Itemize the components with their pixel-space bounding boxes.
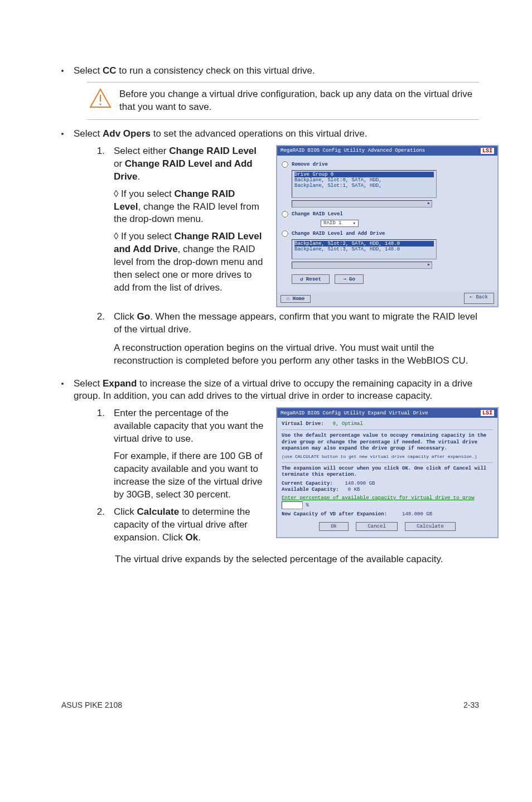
drive-tree-2[interactable]: Backplane, Slot:2, SATA, HDD, 148.0 Back… bbox=[292, 239, 437, 259]
bullet-dot bbox=[61, 383, 64, 385]
warning-icon bbox=[89, 88, 112, 112]
bullet-adv: Select Adv Opers to set the advanced ope… bbox=[61, 128, 479, 141]
text: Select bbox=[74, 65, 103, 76]
bullet-dot bbox=[61, 133, 64, 135]
t: . When the message appears, confirm that… bbox=[114, 311, 477, 335]
dialog-title: MegaRAID BIOS Config Utility Advanced Op… bbox=[280, 148, 425, 153]
t: ◊ If you select bbox=[114, 231, 175, 241]
t: Click bbox=[114, 506, 137, 517]
cancel-button[interactable]: Cancel bbox=[356, 522, 397, 531]
tree-line: Backplane, Slot:1, SATA, HDD, bbox=[294, 183, 434, 189]
svg-point-1 bbox=[99, 103, 101, 105]
raid-level-select[interactable]: RAID 1▾ bbox=[321, 220, 359, 227]
ok-button[interactable]: Ok bbox=[319, 522, 349, 531]
bold: CC bbox=[103, 65, 117, 76]
b: Change RAID Level and Add Drive bbox=[114, 158, 253, 182]
page-footer: ASUS PIKE 2108 2-33 bbox=[61, 697, 479, 709]
radio-icon bbox=[282, 211, 288, 218]
step-num: 1. bbox=[94, 407, 105, 501]
help-text-2: The expansion will occur when you click … bbox=[282, 466, 493, 479]
bullet-dot bbox=[61, 70, 64, 72]
t: A reconstruction operation begins on the… bbox=[114, 342, 468, 366]
bold: Adv Opers bbox=[103, 128, 151, 139]
b: Change RAID Level bbox=[169, 146, 257, 156]
radio-label: Remove drive bbox=[292, 162, 328, 167]
t: Select either bbox=[114, 146, 169, 156]
radio-label: Change RAID Level and Add Drive bbox=[292, 231, 385, 236]
chevron-down-icon: ▾ bbox=[352, 220, 355, 226]
text: Select bbox=[74, 128, 103, 139]
radio-icon bbox=[282, 161, 288, 168]
tree-line-sel: Backplane, Slot:2, SATA, HDD, 148.0 bbox=[294, 241, 434, 247]
step-num: 2. bbox=[94, 311, 105, 368]
b: Go bbox=[137, 311, 151, 322]
tree-line: Backplane, Slot:3, SATA, HDD, 148.0 bbox=[294, 247, 434, 252]
expand-step-2: 2. Click Calculate to determine the capa… bbox=[94, 506, 264, 544]
newcap-label: New Capacity of VD after Expansion: bbox=[282, 511, 387, 517]
go-button[interactable]: ⇢ Go bbox=[335, 274, 364, 284]
enter-pct-label: Enter percentage of available capacity f… bbox=[282, 495, 475, 501]
step-num: 2. bbox=[94, 506, 105, 544]
cur-cap-value: 148.090 GB bbox=[345, 481, 375, 486]
t: ◊ If you select bbox=[114, 189, 175, 199]
footer-right: 2-33 bbox=[463, 700, 479, 709]
radio-change-raid[interactable]: Change RAID Level bbox=[282, 211, 493, 218]
b: Calculate bbox=[137, 506, 180, 517]
help-sub: (use CALCULATE button to get new virtual… bbox=[282, 454, 493, 460]
avail-cap-label: Available Capacity: bbox=[282, 487, 339, 492]
t: or bbox=[114, 158, 125, 169]
expand-step-1: 1. Enter the percentage of the available… bbox=[94, 407, 264, 501]
t: . bbox=[198, 532, 201, 543]
dialog-title: MegaRAID BIOS Config Utility Expand Virt… bbox=[280, 410, 428, 416]
t: . bbox=[138, 171, 141, 182]
newcap-value: 148.000 GB bbox=[402, 511, 432, 517]
radio-change-raid-add[interactable]: Change RAID Level and Add Drive bbox=[282, 230, 493, 237]
b: Expand bbox=[103, 378, 137, 389]
expand-virtual-drive-dialog: MegaRAID BIOS Config Utility Expand Virt… bbox=[276, 407, 499, 538]
adv-step-2: 2. Click Go. When the message appears, c… bbox=[94, 311, 479, 368]
back-button[interactable]: ⇠ Back bbox=[464, 293, 494, 304]
home-button[interactable]: ⌂ Home bbox=[280, 295, 311, 303]
radio-icon bbox=[282, 230, 288, 237]
select-value: RAID 1 bbox=[323, 220, 341, 226]
warning-text: Before you change a virtual drive config… bbox=[119, 88, 477, 114]
t: Click bbox=[114, 311, 137, 322]
pct-input[interactable] bbox=[282, 501, 303, 509]
avail-cap-value: 0 KB bbox=[348, 487, 360, 492]
drive-tree-1[interactable]: Drive Group 0 Backplane, Slot:0, SATA, H… bbox=[292, 170, 437, 198]
step-num: 1. bbox=[94, 145, 105, 294]
scrollbar[interactable] bbox=[292, 262, 432, 269]
vd-value: 0, Optimal bbox=[333, 421, 363, 427]
expand-tail: The virtual drive expands by the selecte… bbox=[115, 553, 479, 566]
radio-remove-drive[interactable]: Remove drive bbox=[282, 161, 493, 168]
b: Ok bbox=[186, 532, 199, 543]
brand-label: LSI bbox=[481, 410, 494, 416]
bullet-expand: Select Expand to increase the size of a … bbox=[61, 378, 479, 403]
bullet-cc: Select CC to run a consistency check on … bbox=[61, 65, 479, 78]
t: Select bbox=[74, 378, 103, 389]
scrollbar[interactable] bbox=[292, 200, 432, 207]
calculate-button[interactable]: Calculate bbox=[405, 522, 456, 531]
vd-label: Virtual Drive: bbox=[282, 421, 324, 427]
text: to set the advanced operations on this v… bbox=[151, 128, 367, 139]
help-text-1: Use the default percentage value to occu… bbox=[282, 433, 493, 452]
tree-line: Backplane, Slot:0, SATA, HDD, bbox=[294, 177, 434, 183]
adv-step-1: 1. Select either Change RAID Level or Ch… bbox=[94, 145, 264, 294]
text: to run a consistency check on this virtu… bbox=[117, 65, 315, 76]
cur-cap-label: Current Capacity: bbox=[282, 481, 333, 486]
t: Enter the percentage of the available ca… bbox=[114, 408, 263, 444]
tree-line-sel: Drive Group 0 bbox=[294, 172, 434, 177]
warning-callout: Before you change a virtual drive config… bbox=[87, 82, 479, 120]
pct-suffix: % bbox=[306, 503, 308, 509]
brand-label: LSI bbox=[481, 148, 494, 154]
radio-label: Change RAID Level bbox=[292, 211, 343, 217]
advanced-operations-dialog: MegaRAID BIOS Config Utility Advanced Op… bbox=[276, 145, 499, 307]
reset-button[interactable]: ↺ Reset bbox=[292, 274, 330, 284]
t: For example, if there are 100 GB of capa… bbox=[114, 451, 262, 500]
footer-left: ASUS PIKE 2108 bbox=[61, 700, 122, 709]
